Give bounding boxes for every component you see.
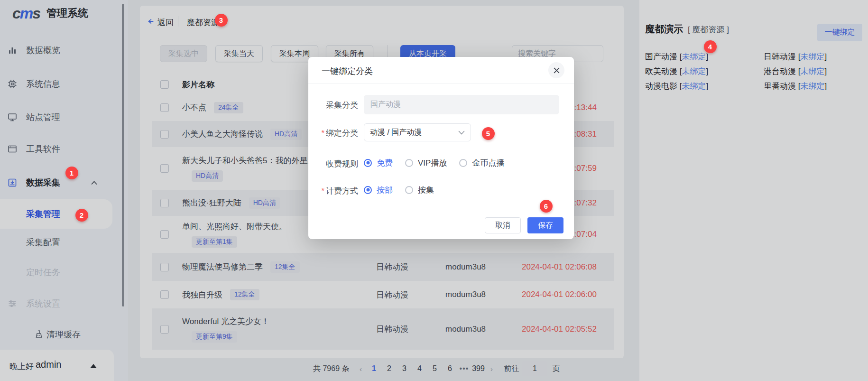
billing-radio-按部[interactable]: 按部 bbox=[364, 185, 393, 195]
radio-circle[interactable] bbox=[405, 159, 413, 167]
step-badge-4: 4 bbox=[704, 40, 717, 53]
fee-radio-金币点播[interactable]: 金币点播 bbox=[459, 158, 504, 168]
radio-circle[interactable] bbox=[364, 186, 372, 194]
collect-category-input[interactable] bbox=[364, 95, 559, 114]
radio-label: 金币点播 bbox=[472, 158, 504, 168]
fee-rule-radio-group: 免费VIP播放金币点播 bbox=[364, 155, 504, 171]
page: cms 管理系统 数据概览系统信息站点管理工具软件数据采集采集管理采集配置定时任… bbox=[0, 0, 868, 381]
fee-rule-label: 收费规则 bbox=[318, 158, 358, 169]
step-badge-3: 3 bbox=[215, 14, 228, 27]
radio-label: 免费 bbox=[377, 158, 393, 168]
billing-radio-按集[interactable]: 按集 bbox=[405, 185, 434, 195]
billing-mode-radio-group: 按部按集 bbox=[364, 182, 434, 198]
step-badge-1: 1 bbox=[65, 167, 78, 179]
cancel-button[interactable]: 取消 bbox=[485, 217, 521, 233]
bind-category-label: *绑定分类 bbox=[318, 128, 358, 139]
radio-label: 按部 bbox=[377, 185, 393, 195]
radio-circle[interactable] bbox=[364, 159, 372, 167]
bind-category-modal: 一键绑定分类 采集分类 *绑定分类 动漫 / 国产动漫 收费规则 免费VIP播放… bbox=[308, 57, 574, 239]
modal-title: 一键绑定分类 bbox=[322, 65, 373, 77]
radio-circle[interactable] bbox=[459, 159, 467, 167]
bind-category-select[interactable]: 动漫 / 国产动漫 bbox=[364, 123, 471, 141]
modal-footer-divider bbox=[308, 209, 574, 209]
fee-radio-VIP播放[interactable]: VIP播放 bbox=[405, 158, 447, 168]
step-badge-6: 6 bbox=[540, 200, 553, 213]
bind-category-value: 动漫 / 国产动漫 bbox=[370, 128, 422, 138]
fee-radio-免费[interactable]: 免费 bbox=[364, 158, 393, 168]
radio-label: 按集 bbox=[418, 185, 434, 195]
radio-label: VIP播放 bbox=[418, 158, 447, 168]
close-icon[interactable] bbox=[548, 62, 564, 78]
step-badge-2: 2 bbox=[75, 209, 88, 222]
required-star: * bbox=[321, 186, 324, 195]
modal-header-divider bbox=[308, 84, 574, 84]
required-star: * bbox=[321, 129, 324, 138]
step-badge-5: 5 bbox=[482, 127, 495, 140]
chevron-down-icon bbox=[458, 128, 465, 137]
collect-category-label: 采集分类 bbox=[318, 100, 358, 111]
billing-mode-label: *计费方式 bbox=[318, 186, 358, 196]
save-button[interactable]: 保存 bbox=[527, 217, 563, 233]
radio-circle[interactable] bbox=[405, 186, 413, 194]
